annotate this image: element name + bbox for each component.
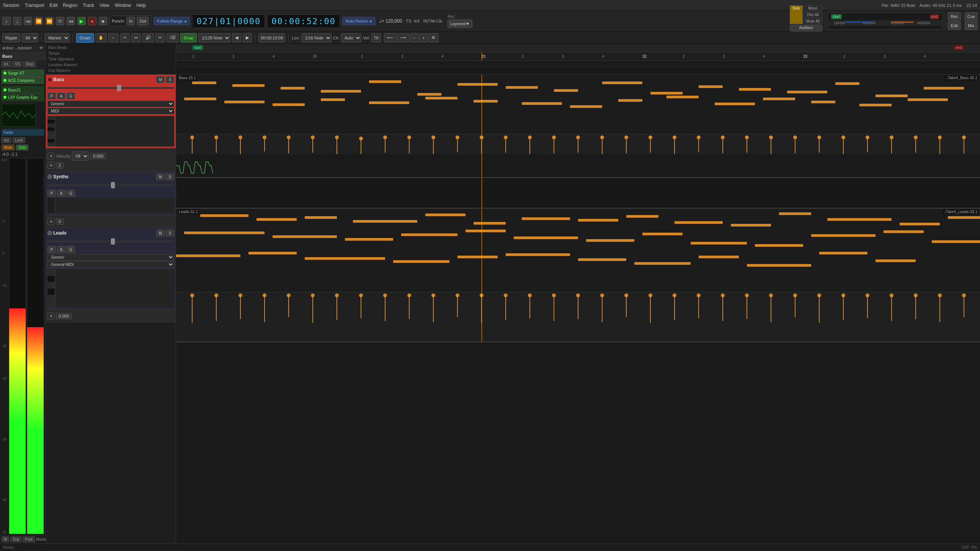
- bass-rec-dot[interactable]: [47, 77, 52, 82]
- synths-vel-x-btn[interactable]: ✕: [47, 218, 54, 225]
- rewind-to-start[interactable]: ⏮: [24, 17, 32, 25]
- leads-s-btn[interactable]: S: [166, 230, 174, 236]
- mute-all-button[interactable]: Mute All: [804, 18, 823, 24]
- bass-g-btn[interactable]: G: [67, 93, 75, 99]
- bass-midi-select[interactable]: MIDI: [47, 108, 174, 114]
- tracks-scroll-area[interactable]: Bass-15.1 ♩Take4_Bass-35.1: [176, 75, 980, 543]
- auto-return-button[interactable]: Auto Return ●: [342, 17, 376, 25]
- leads-fader[interactable]: [47, 241, 174, 242]
- bass-fader[interactable]: [47, 87, 174, 89]
- leads-g-btn[interactable]: G: [67, 246, 75, 253]
- grp-button[interactable]: Grp: [10, 536, 21, 542]
- clock-display[interactable]: 00:00:52:00: [267, 15, 340, 28]
- sync-display[interactable]: INT/M-Clk: [422, 19, 444, 23]
- rec-mode-select[interactable]: Layered ▼: [448, 20, 472, 28]
- dim-all-button[interactable]: Dim All: [804, 12, 823, 18]
- iso-button[interactable]: Iso: [2, 137, 11, 143]
- prev-marker-button[interactable]: ◀: [232, 33, 241, 42]
- bpm-display[interactable]: ♩= 120,000: [378, 18, 404, 24]
- ch-select[interactable]: Auto: [341, 33, 361, 42]
- synths-a-btn[interactable]: A: [57, 190, 65, 197]
- vs-button[interactable]: VS: [13, 61, 22, 67]
- bass-s-btn[interactable]: S: [166, 76, 174, 83]
- mono-button[interactable]: Mono: [804, 5, 823, 11]
- bass21-instrument[interactable]: Bass21: [2, 86, 44, 93]
- bass-note-x-btn[interactable]: ✕: [47, 162, 54, 169]
- rewind[interactable]: ⏪: [34, 17, 43, 25]
- solo-track-button[interactable]: Solo: [16, 145, 28, 150]
- bars-beats-display[interactable]: 027|01|0000: [192, 15, 265, 28]
- solo-button[interactable]: Solo: [790, 5, 803, 24]
- grab-tool[interactable]: ✋: [95, 33, 107, 42]
- leads-generic-select[interactable]: Generic: [47, 254, 174, 261]
- bass-vel-x-btn[interactable]: ✕: [47, 153, 54, 160]
- stop-button[interactable]: ■: [99, 17, 107, 25]
- synths-fader[interactable]: [47, 184, 174, 186]
- note-length-select[interactable]: 1/128 Note: [198, 33, 230, 42]
- synths-s-btn[interactable]: S: [166, 173, 174, 180]
- surge-xt-plugin[interactable]: Surge XT: [2, 70, 44, 77]
- leads-a-btn[interactable]: A: [57, 246, 65, 253]
- m-button[interactable]: M: [2, 536, 9, 542]
- bass-p-btn[interactable]: P: [47, 93, 56, 99]
- stretch-tool[interactable]: ⇔: [131, 33, 141, 42]
- synths-p-btn[interactable]: P: [47, 190, 56, 197]
- midi-icon[interactable]: ♪: [2, 17, 11, 25]
- audition-button[interactable]: Audition: [790, 25, 823, 31]
- all-select[interactable]: All: [22, 33, 38, 42]
- lsp-eq-instrument[interactable]: LSP Graphic Equ: [2, 94, 44, 101]
- menu-session[interactable]: Session: [3, 3, 20, 8]
- menu-track[interactable]: Track: [83, 3, 94, 8]
- synths-g-btn[interactable]: G: [67, 190, 75, 197]
- synths-rec-dot[interactable]: [47, 174, 52, 179]
- timeline-ruler-section[interactable]: start end 2 3 4 30 2 3 4 31 2 3 4: [176, 44, 980, 75]
- int-button[interactable]: Int.: [2, 61, 11, 67]
- leads-m-btn[interactable]: M: [156, 230, 165, 236]
- play-button[interactable]: ▶: [77, 17, 86, 25]
- follow-range-button[interactable]: Follow Range ●: [154, 17, 190, 25]
- rec-arm-button[interactable]: Rec: [948, 12, 961, 21]
- punch-in-button[interactable]: In: [126, 17, 135, 25]
- bass-vel-select[interactable]: Off: [72, 152, 89, 161]
- mute-button[interactable]: Mute: [2, 145, 15, 150]
- menu-transport[interactable]: Transport: [25, 3, 44, 8]
- cut-tool[interactable]: ✂: [120, 33, 130, 42]
- next-marker-button[interactable]: ▶: [243, 33, 252, 42]
- range-tool[interactable]: ↔: [108, 33, 119, 42]
- bass-generic-select[interactable]: Generic: [47, 101, 174, 107]
- leads-p-btn[interactable]: P: [47, 246, 56, 253]
- ace-compress-plugin[interactable]: ACE Compress: [2, 77, 44, 84]
- snap-button[interactable]: Snap: [180, 33, 197, 42]
- stop-button[interactable]: Stop: [23, 61, 36, 67]
- bass-a-btn[interactable]: A: [57, 93, 65, 99]
- edit-button[interactable]: Edit: [948, 21, 961, 30]
- erase-tool[interactable]: ⌫: [167, 33, 179, 42]
- menu-region[interactable]: Region: [63, 3, 77, 8]
- menu-view[interactable]: View: [100, 3, 109, 8]
- leads-midi-select[interactable]: General MIDI: [47, 261, 174, 268]
- ripple-button[interactable]: Ripple: [2, 33, 20, 42]
- click-icon[interactable]: ♩: [13, 17, 21, 25]
- smart-tool-button[interactable]: Smart: [76, 33, 93, 42]
- bass-m-btn[interactable]: M: [156, 76, 165, 83]
- lock-button[interactable]: Lock: [13, 137, 25, 143]
- draw-tool[interactable]: ✏: [155, 33, 165, 42]
- menu-edit[interactable]: Edit: [50, 3, 58, 8]
- step-back[interactable]: ⏮: [67, 17, 75, 25]
- leads-midi-notes-area[interactable]: [176, 210, 980, 292]
- menu-help[interactable]: Help: [136, 3, 146, 8]
- audition-tool[interactable]: 🔊: [142, 33, 154, 42]
- leads-rec-dot[interactable]: [47, 231, 52, 235]
- velocity-display[interactable]: 76: [371, 33, 381, 42]
- leads-vel-x-btn[interactable]: ✕: [47, 313, 54, 320]
- bass-midi-notes-area[interactable]: [176, 78, 980, 116]
- tb-btn-5[interactable]: ⚙: [428, 33, 438, 42]
- loop[interactable]: ⟳: [56, 17, 64, 25]
- fast-forward[interactable]: ⏩: [45, 17, 54, 25]
- tb-btn-2[interactable]: ⟶: [397, 33, 409, 42]
- menu-window[interactable]: Window: [115, 3, 131, 8]
- track-vis-toggle[interactable]: 👁: [39, 46, 43, 50]
- tb-btn-3[interactable]: −: [410, 33, 418, 42]
- punch-out-button[interactable]: Out: [137, 17, 149, 25]
- post-button[interactable]: Post: [23, 536, 35, 542]
